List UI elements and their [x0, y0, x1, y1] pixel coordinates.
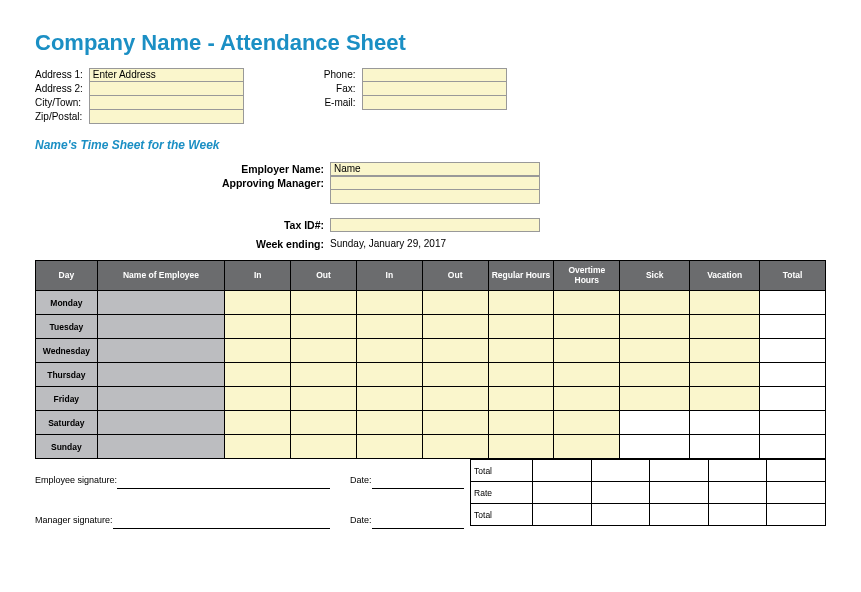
overtime-hours-cell[interactable] — [554, 411, 620, 435]
zip-field[interactable] — [89, 110, 244, 124]
manager-signature-line[interactable] — [113, 515, 331, 529]
summary-cell[interactable] — [650, 504, 709, 526]
summary-cell[interactable] — [767, 482, 826, 504]
emp-date-line[interactable] — [372, 475, 464, 489]
summary-cell[interactable] — [533, 504, 592, 526]
regular-hours-cell[interactable] — [488, 291, 554, 315]
city-field[interactable] — [89, 96, 244, 110]
summary-cell[interactable] — [533, 460, 592, 482]
in1-cell[interactable] — [225, 363, 291, 387]
vacation-cell[interactable] — [690, 363, 760, 387]
out1-cell[interactable] — [291, 387, 357, 411]
regular-hours-cell[interactable] — [488, 363, 554, 387]
in1-cell[interactable] — [225, 387, 291, 411]
summary-cell[interactable] — [708, 460, 767, 482]
total-cell[interactable] — [760, 387, 826, 411]
employee-name-cell[interactable] — [97, 339, 225, 363]
sick-cell[interactable] — [620, 435, 690, 459]
out1-cell[interactable] — [291, 363, 357, 387]
employee-name-cell[interactable] — [97, 435, 225, 459]
out1-cell[interactable] — [291, 339, 357, 363]
overtime-hours-cell[interactable] — [554, 339, 620, 363]
regular-hours-cell[interactable] — [488, 315, 554, 339]
in1-cell[interactable] — [225, 435, 291, 459]
in2-cell[interactable] — [356, 339, 422, 363]
out2-cell[interactable] — [422, 315, 488, 339]
out2-cell[interactable] — [422, 291, 488, 315]
out2-cell[interactable] — [422, 411, 488, 435]
sick-cell[interactable] — [620, 291, 690, 315]
email-field[interactable] — [362, 96, 507, 110]
in1-cell[interactable] — [225, 339, 291, 363]
approving-manager-field-1[interactable] — [330, 176, 540, 190]
address1-field[interactable]: Enter Address — [89, 68, 244, 82]
in2-cell[interactable] — [356, 411, 422, 435]
summary-cell[interactable] — [533, 482, 592, 504]
out1-cell[interactable] — [291, 411, 357, 435]
vacation-cell[interactable] — [690, 411, 760, 435]
employee-name-cell[interactable] — [97, 315, 225, 339]
summary-cell[interactable] — [591, 504, 650, 526]
phone-field[interactable] — [362, 68, 507, 82]
sick-cell[interactable] — [620, 315, 690, 339]
total-cell[interactable] — [760, 363, 826, 387]
employee-signature-line[interactable] — [117, 475, 330, 489]
employer-name-field[interactable]: Name — [330, 162, 540, 176]
sick-cell[interactable] — [620, 363, 690, 387]
total-cell[interactable] — [760, 411, 826, 435]
employee-name-cell[interactable] — [97, 363, 225, 387]
in1-cell[interactable] — [225, 291, 291, 315]
summary-cell[interactable] — [767, 504, 826, 526]
total-cell[interactable] — [760, 435, 826, 459]
vacation-cell[interactable] — [690, 291, 760, 315]
out2-cell[interactable] — [422, 339, 488, 363]
regular-hours-cell[interactable] — [488, 411, 554, 435]
employee-name-cell[interactable] — [97, 411, 225, 435]
total-cell[interactable] — [760, 339, 826, 363]
regular-hours-cell[interactable] — [488, 435, 554, 459]
vacation-cell[interactable] — [690, 315, 760, 339]
sick-cell[interactable] — [620, 339, 690, 363]
employee-name-cell[interactable] — [97, 291, 225, 315]
overtime-hours-cell[interactable] — [554, 435, 620, 459]
out1-cell[interactable] — [291, 315, 357, 339]
summary-cell[interactable] — [650, 460, 709, 482]
in2-cell[interactable] — [356, 315, 422, 339]
summary-cell[interactable] — [708, 504, 767, 526]
total-cell[interactable] — [760, 315, 826, 339]
in1-cell[interactable] — [225, 315, 291, 339]
vacation-cell[interactable] — [690, 435, 760, 459]
summary-cell[interactable] — [708, 482, 767, 504]
vacation-cell[interactable] — [690, 387, 760, 411]
sick-cell[interactable] — [620, 411, 690, 435]
out2-cell[interactable] — [422, 363, 488, 387]
employee-name-cell[interactable] — [97, 387, 225, 411]
summary-cell[interactable] — [591, 460, 650, 482]
address2-field[interactable] — [89, 82, 244, 96]
out1-cell[interactable] — [291, 291, 357, 315]
overtime-hours-cell[interactable] — [554, 363, 620, 387]
out2-cell[interactable] — [422, 387, 488, 411]
summary-cell[interactable] — [591, 482, 650, 504]
overtime-hours-cell[interactable] — [554, 315, 620, 339]
mgr-date-line[interactable] — [372, 515, 464, 529]
fax-field[interactable] — [362, 82, 507, 96]
tax-id-field[interactable] — [330, 218, 540, 232]
summary-cell[interactable] — [650, 482, 709, 504]
in1-cell[interactable] — [225, 411, 291, 435]
overtime-hours-cell[interactable] — [554, 291, 620, 315]
overtime-hours-cell[interactable] — [554, 387, 620, 411]
out1-cell[interactable] — [291, 435, 357, 459]
in2-cell[interactable] — [356, 387, 422, 411]
summary-cell[interactable] — [767, 460, 826, 482]
regular-hours-cell[interactable] — [488, 387, 554, 411]
in2-cell[interactable] — [356, 363, 422, 387]
sick-cell[interactable] — [620, 387, 690, 411]
total-cell[interactable] — [760, 291, 826, 315]
out2-cell[interactable] — [422, 435, 488, 459]
in2-cell[interactable] — [356, 435, 422, 459]
vacation-cell[interactable] — [690, 339, 760, 363]
approving-manager-field-2[interactable] — [330, 190, 540, 204]
in2-cell[interactable] — [356, 291, 422, 315]
regular-hours-cell[interactable] — [488, 339, 554, 363]
